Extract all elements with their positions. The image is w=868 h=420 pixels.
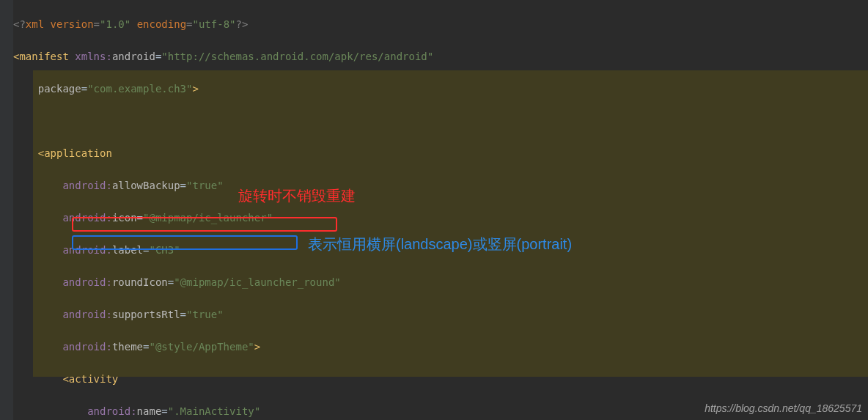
code-line[interactable]: <manifest xmlns:android="http://schemas.… bbox=[13, 48, 868, 65]
gutter bbox=[0, 0, 13, 420]
code-line[interactable] bbox=[13, 113, 868, 129]
code-editor[interactable]: <?xml version="1.0" encoding="utf-8"?> <… bbox=[13, 0, 868, 420]
xmlns-value: http://schemas.android.com/apk/res/andro… bbox=[168, 51, 427, 62]
xml-version: 1.0 bbox=[106, 18, 124, 30]
code-line[interactable]: android:allowBackup="true" bbox=[13, 177, 868, 194]
watermark: https://blog.csdn.net/qq_18625571 bbox=[705, 402, 862, 414]
code-line[interactable]: package="com.example.ch3"> bbox=[13, 81, 868, 97]
code-line[interactable]: <?xml version="1.0" encoding="utf-8"?> bbox=[13, 16, 868, 32]
theme-value: @style/AppTheme bbox=[155, 341, 248, 353]
roundIcon-value: @mipmap/ic_launcher_round bbox=[180, 276, 335, 288]
package-value: com.example.ch3 bbox=[94, 83, 186, 95]
supportsRtl-value: true bbox=[192, 309, 217, 320]
annotation-text-blue: 表示恒用横屏(landscape)或竖屏(portrait) bbox=[308, 235, 572, 254]
code-line[interactable]: android:theme="@style/AppTheme"> bbox=[13, 339, 868, 355]
annotation-box-red bbox=[72, 217, 337, 232]
allowBackup-value: true bbox=[192, 180, 217, 191]
code-line[interactable]: android:roundIcon="@mipmap/ic_launcher_r… bbox=[13, 274, 868, 290]
code-line[interactable]: <application bbox=[13, 145, 868, 161]
annotation-text-red: 旋转时不销毁重建 bbox=[238, 186, 356, 206]
code-line[interactable]: android:supportsRtl="true" bbox=[13, 306, 868, 323]
annotation-box-blue bbox=[72, 235, 298, 250]
code-line[interactable]: <activity bbox=[13, 371, 868, 387]
activity-name-value: .MainActivity bbox=[174, 405, 254, 417]
xml-encoding: utf-8 bbox=[199, 18, 229, 30]
